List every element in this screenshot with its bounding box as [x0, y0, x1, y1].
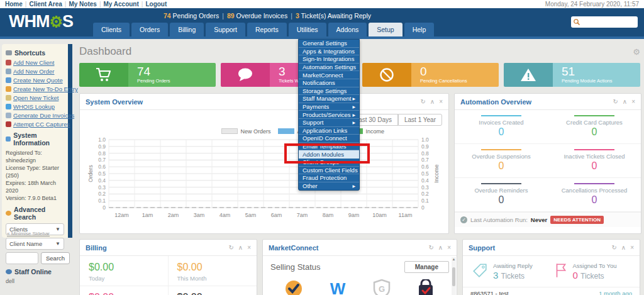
util-link-logout[interactable]: Logout — [145, 1, 167, 8]
close-icon[interactable]: × — [447, 244, 451, 251]
menu-notifications[interactable]: Notifications — [299, 79, 359, 87]
close-icon[interactable]: × — [439, 98, 443, 105]
collapse-icon[interactable]: ∧ — [438, 244, 443, 251]
dashboard-settings-gear-icon[interactable]: ⚙ — [633, 47, 640, 57]
scrollbar[interactable]: ▲ — [452, 257, 456, 295]
add-order-icon — [6, 69, 11, 74]
tab-addons[interactable]: Addons — [328, 23, 367, 36]
util-link-my-account[interactable]: My Account — [104, 1, 139, 8]
menu-products-services[interactable]: Products/Services▶ — [299, 111, 359, 119]
menu-custom-client-fields[interactable]: Custom Client Fields — [299, 167, 359, 175]
shortcut-link[interactable]: Create New To-Do Entry — [13, 86, 78, 92]
menu-support[interactable]: Support▶ — [299, 119, 359, 127]
shortcut-link[interactable]: Open New Ticket — [13, 94, 58, 101]
shortcut-link[interactable]: Add New Client — [13, 59, 54, 66]
util-link-my-notes[interactable]: My Notes — [69, 1, 96, 8]
advanced-search-input[interactable] — [6, 252, 38, 264]
close-icon[interactable]: × — [630, 244, 634, 251]
automation-stat-inactive-tickets: Inactive Tickets Closed0 — [548, 144, 641, 178]
manage-button[interactable]: Manage — [404, 261, 449, 273]
collapse-icon[interactable]: ∧ — [430, 98, 435, 105]
svg-text:0.5: 0.5 — [98, 170, 106, 177]
overdue-invoices-link[interactable]: Overdue Invoices — [236, 12, 288, 19]
ticket-id[interactable]: #863571 - test — [470, 290, 509, 295]
tickets-awaiting-count[interactable]: 3 — [296, 12, 299, 19]
main-content: Dashboard ⚙ 74Pending Orders 3Tickets Wa… — [79, 44, 640, 295]
tickets-awaiting-link[interactable]: Ticket(s) Awaiting Reply — [301, 12, 371, 19]
menu-email-templates[interactable]: Email Templates — [299, 143, 359, 151]
svg-text:11am: 11am — [399, 212, 413, 218]
shortcut-add-new-order[interactable]: Add New Order — [6, 68, 64, 75]
overdue-invoices-count[interactable]: 89 — [227, 12, 235, 19]
minimise-sidebar-link[interactable]: « Minimise Sidebar — [7, 231, 50, 237]
ticket-row[interactable]: #863571 - test1 month ago — [463, 287, 640, 295]
tab-clients[interactable]: Clients — [93, 23, 130, 36]
product-website-security[interactable]: Website Security — [404, 279, 448, 295]
shortcut-attempt-cc-captures[interactable]: Attempt CC Captures — [6, 121, 64, 128]
pending-orders-link[interactable]: Pending Orders — [173, 12, 219, 19]
menu-marketconnect[interactable]: MarketConnect — [299, 71, 359, 79]
shortcut-link[interactable]: Add New Order — [13, 68, 54, 75]
menu-addon-modules[interactable]: Addon Modules — [299, 150, 359, 159]
tab-setup[interactable]: Setup — [369, 23, 402, 36]
stat-pending-module-actions[interactable]: 51Pending Module Actions — [504, 63, 640, 87]
menu-general-settings[interactable]: General Settings — [299, 40, 359, 48]
util-link-client-area[interactable]: Client Area — [29, 1, 62, 8]
selling-status-heading: Selling Status — [270, 262, 321, 272]
search-input[interactable] — [582, 16, 635, 28]
refresh-icon[interactable]: ↻ — [611, 244, 616, 251]
stat-pending-orders[interactable]: 74Pending Orders — [79, 63, 216, 87]
shortcut-link[interactable]: Generate Due Invoices — [13, 112, 74, 119]
menu-storage-settings[interactable]: Storage Settings — [299, 87, 359, 96]
refresh-icon[interactable]: ↻ — [613, 98, 618, 105]
panel-title: Automation Overview — [460, 98, 531, 106]
scroll-thumb[interactable] — [452, 267, 455, 286]
tab-billing[interactable]: Billing — [170, 23, 204, 36]
range-1year-button[interactable]: Last 1 Year — [398, 114, 442, 126]
shortcut-link[interactable]: Attempt CC Captures — [13, 121, 70, 128]
menu-automation-settings[interactable]: Automation Settings — [299, 64, 359, 72]
menu-payments[interactable]: Payments▶ — [299, 103, 359, 111]
collapse-icon[interactable]: ∧ — [621, 244, 626, 251]
menu-apps-integrations[interactable]: Apps & Integrations — [299, 48, 359, 56]
menu-client-groups[interactable]: Client Groups — [299, 159, 359, 167]
whmcs-logo[interactable]: WHM⚙S — [9, 12, 73, 31]
product-website-builder[interactable]: W Website Builder — [316, 279, 360, 295]
scroll-up-arrow-icon[interactable]: ▲ — [452, 257, 456, 261]
product-website-backup[interactable]: G Website Backup — [360, 279, 404, 295]
shortcut-link[interactable]: WHOIS Lookup — [13, 103, 55, 110]
tab-reports[interactable]: Reports — [247, 23, 287, 36]
pending-orders-count[interactable]: 74 — [164, 12, 171, 19]
menu-fraud-protection[interactable]: Fraud Protection — [299, 174, 359, 182]
close-icon[interactable]: × — [247, 244, 251, 251]
tab-help[interactable]: Help — [404, 23, 435, 36]
menu-application-links[interactable]: Application Links — [299, 127, 359, 135]
tab-orders[interactable]: Orders — [131, 23, 168, 36]
shortcut-create-todo[interactable]: Create New To-Do Entry — [6, 86, 64, 92]
shortcut-create-new-quote[interactable]: Create New Quote — [6, 77, 64, 84]
shortcut-open-new-ticket[interactable]: Open New Ticket — [6, 94, 64, 101]
menu-signin-integrations[interactable]: Sign-In Integrations — [299, 55, 359, 64]
util-link-home[interactable]: Home — [5, 1, 23, 8]
svg-text:0.4: 0.4 — [98, 177, 106, 184]
refresh-icon[interactable]: ↻ — [420, 98, 425, 105]
stat-pending-cancellations[interactable]: 0Pending Cancellations — [362, 63, 499, 87]
refresh-icon[interactable]: ↻ — [228, 244, 233, 251]
close-icon[interactable]: × — [631, 98, 635, 105]
shortcut-add-new-client[interactable]: Add New Client — [6, 59, 64, 66]
refresh-icon[interactable]: ↻ — [428, 244, 433, 251]
shortcut-whois-lookup[interactable]: WHOIS Lookup — [6, 103, 64, 110]
collapse-icon[interactable]: ∧ — [238, 244, 243, 251]
tab-utilities[interactable]: Utilities — [289, 23, 326, 36]
menu-staff-management[interactable]: Staff Management▶ — [299, 95, 359, 103]
tab-support[interactable]: Support — [206, 23, 245, 36]
collapse-icon[interactable]: ∧ — [623, 98, 627, 105]
menu-other[interactable]: Other▶ — [299, 182, 359, 191]
menu-openid-connect[interactable]: OpenID Connect — [299, 135, 359, 143]
stat-label: Pending Orders — [137, 78, 216, 84]
search-field-select[interactable]: Client Name▼ — [6, 238, 64, 250]
advanced-search-button[interactable]: Search — [41, 252, 70, 264]
product-ssl-certificates[interactable]: SSL Certificates — [272, 279, 316, 295]
shortcut-generate-due-invoices[interactable]: Generate Due Invoices — [6, 112, 64, 119]
shortcut-link[interactable]: Create New Quote — [13, 77, 63, 84]
